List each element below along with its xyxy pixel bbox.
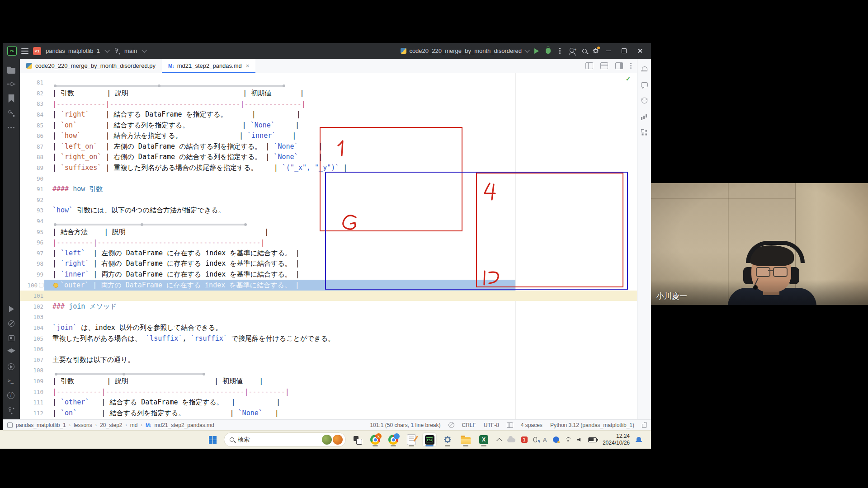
encoding-widget[interactable]: UTF-8 [484,422,499,428]
line-number: 88 [20,154,45,160]
main-menu-icon[interactable] [21,48,28,54]
layout-columns-icon[interactable] [585,62,593,69]
services-icon[interactable] [7,319,15,328]
editor-line: 98| `right` | 右側の DataFrame に存在する index … [20,258,637,269]
line-number: 93 [20,207,45,214]
clock-widget[interactable]: 12:24 2024/10/26 [603,433,630,446]
layout-rows-icon[interactable] [600,62,608,69]
plots-icon[interactable] [641,113,648,121]
readonly-lock-icon[interactable] [642,424,646,428]
breadcrumb-item[interactable]: lessons [74,422,92,428]
task-view-button[interactable] [350,433,364,446]
file-explorer-icon[interactable] [459,433,472,446]
start-button[interactable] [206,433,219,446]
python-icon [26,63,32,69]
code-with-me-icon[interactable]: + [570,48,574,52]
database-icon[interactable] [641,97,648,105]
minimize-button[interactable] [606,51,611,52]
intention-bulb-icon[interactable] [53,283,58,288]
notification-center-bell-icon[interactable] [636,437,642,442]
commit-icon[interactable] [7,80,15,88]
line-number: 97 [20,250,45,257]
breadcrumb-item[interactable]: md [130,422,138,428]
editor-tab-bar: code20_220_merge_by_month_disordered.pyM… [20,59,637,73]
maximize-button[interactable] [622,48,627,53]
taskbar-search-box[interactable]: 検索 [224,432,346,447]
inspections-ok-icon[interactable]: ✓ [626,75,631,82]
chrome-profile-cloud-icon[interactable] [387,433,400,446]
editor-line: 102### join メソッド [20,301,637,312]
debug-button[interactable] [546,48,551,54]
breadcrumb-item[interactable]: 20_step2 [100,422,122,428]
dependencies-icon[interactable] [641,129,648,136]
ai-assistant-icon[interactable] [641,81,648,89]
code-text: | `left_on` | 左側の DataFrame の結合する列を指定する。… [45,142,323,151]
more-actions-icon[interactable] [559,50,561,52]
settings-gear-icon[interactable] [592,47,599,54]
line-number: 104 [20,324,45,331]
more-tools-icon[interactable] [7,123,15,131]
chrome-profile-k-icon[interactable]: k [368,433,382,446]
version-control-icon[interactable] [7,406,15,414]
onedrive-icon[interactable] [507,438,515,442]
markdown-icon: M↓ [168,63,174,69]
structure-icon[interactable] [7,109,15,117]
run-anything-icon[interactable] [7,363,15,371]
breadcrumb-file[interactable]: md21_step2_pandas.md [155,422,214,428]
branch-name[interactable]: main [124,47,137,54]
close-button[interactable] [637,48,642,53]
gutter-intention-icon[interactable] [39,283,43,287]
search-highlight-orange-icon [333,435,343,445]
settings-icon[interactable] [441,433,454,446]
editor-line: 106 [20,344,637,355]
volume-icon[interactable] [577,438,580,441]
layers-icon[interactable] [7,348,15,357]
tab-code20_220_merge_by_month_disordered.py[interactable]: code20_220_merge_by_month_disordered.py [20,59,162,73]
notification-badge-icon[interactable]: 1 [521,436,528,443]
indent-widget[interactable]: 4 spaces [521,422,542,428]
excel-icon[interactable]: X [477,433,491,446]
microphone-location-icon[interactable] [533,437,537,442]
editor-line: 110|-----------|------------------------… [20,386,637,397]
battery-icon[interactable] [588,437,597,442]
run-configuration[interactable]: code20_220_merge_by_month_disordered [409,47,522,54]
project-name[interactable]: pandas_matplotlib_1 [46,47,100,54]
column-mode-icon[interactable] [507,422,513,428]
line-number: 103 [20,314,45,320]
notifications-bell-icon[interactable] [641,66,648,73]
editor-line: 82| 引数 | 説明 | 初期値 | [20,88,637,99]
terminal-icon[interactable] [7,377,15,385]
pycharm-taskbar-icon[interactable]: PC [423,433,436,446]
hidden-icons-chevron[interactable] [496,438,502,444]
project-badge: P1 [33,47,41,55]
bookmarks-icon[interactable] [7,94,15,103]
tab-options-kebab-icon[interactable] [630,65,632,66]
line-number: 98 [20,260,45,267]
wifi-icon[interactable] [565,437,571,442]
split-editor-icon[interactable] [615,62,623,69]
problems-icon[interactable] [7,392,15,400]
line-number: 111 [20,399,45,406]
code-text: | `on` | 結合する列を指定する。 | `None` | [45,409,279,418]
ime-mode-icon[interactable]: A [543,436,547,443]
search-everywhere-icon[interactable] [582,49,587,53]
run-button[interactable] [534,48,539,54]
caret-position-widget[interactable]: 101:1 (50 chars, 1 line break) [370,422,440,428]
notepad-icon[interactable] [405,433,418,446]
pycharm-window: PC P1 pandas_matplotlib_1 main code20_22… [3,43,651,430]
line-ending-widget[interactable]: CRLF [462,422,476,428]
tab-md21_step2_pandas.md[interactable]: M↓md21_step2_pandas.md× [162,59,255,73]
editor-surface[interactable]: 8182| 引数 | 説明 | 初期値 |83|------------|---… [20,73,637,419]
notepad-glyph [407,434,416,445]
breadcrumb-item[interactable]: pandas_matplotlib_1 [16,422,66,428]
line-number: 112 [20,410,45,417]
highlighting-off-icon[interactable] [448,422,454,428]
tab-close-icon[interactable]: × [246,62,250,69]
tray-app-icon[interactable] [553,436,559,443]
run-tool-icon[interactable] [7,305,15,313]
editor-line: 107主要な引数は以下の通り。 [20,354,637,365]
project-folder-icon[interactable] [7,66,15,74]
pycharm-logo-icon[interactable]: PC [7,46,17,56]
interpreter-widget[interactable]: Python 3.12 (pandas_matplotlib_1) [550,422,634,428]
python-packages-icon[interactable] [7,334,15,342]
